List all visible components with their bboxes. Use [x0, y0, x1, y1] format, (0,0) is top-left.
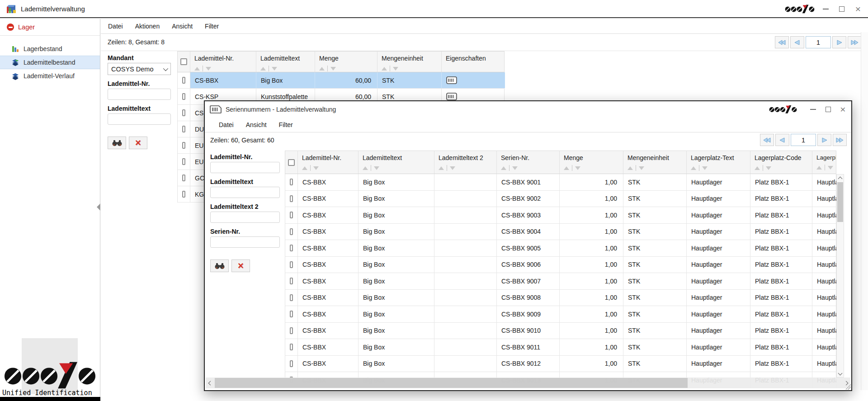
row-checkbox[interactable]: [290, 195, 293, 202]
table-row[interactable]: CS-BBXBig BoxCS-BBX 90101,00STKHauptlage…: [285, 323, 836, 340]
column-header[interactable]: Serien-Nr.: [497, 151, 560, 174]
sort-ascending-icon[interactable]: [816, 166, 822, 170]
sort-descending-icon[interactable]: [828, 166, 833, 170]
dialog-close-button[interactable]: ×: [835, 101, 850, 118]
table-row[interactable]: CS-BBXBig BoxCS-BBX 90051,00STKHauptlage…: [285, 240, 836, 257]
row-checkbox[interactable]: [182, 109, 185, 116]
sort-descending-icon[interactable]: [272, 67, 277, 71]
sort-ascending-icon[interactable]: [691, 166, 696, 170]
sidebar-group-lager[interactable]: Lager: [0, 19, 100, 36]
row-checkbox[interactable]: [182, 77, 185, 84]
sort-ascending-icon[interactable]: [382, 67, 387, 71]
minimize-button[interactable]: [817, 0, 834, 18]
menu-filter[interactable]: Filter: [205, 23, 219, 30]
column-header[interactable]: Lademitteltext 2: [434, 151, 497, 174]
sort-descending-icon[interactable]: [206, 67, 211, 71]
page-number-field[interactable]: 1: [806, 36, 831, 48]
row-checkbox[interactable]: [182, 158, 185, 165]
scroll-up-icon[interactable]: [837, 175, 844, 182]
sort-ascending-icon[interactable]: [627, 166, 633, 170]
sort-descending-icon[interactable]: [766, 166, 771, 170]
sort-ascending-icon[interactable]: [260, 67, 266, 71]
dialog-resize-grip[interactable]: [845, 384, 851, 390]
clear-filter-button[interactable]: ×: [129, 137, 147, 149]
sort-descending-icon[interactable]: [313, 166, 319, 170]
dialog-minimize-button[interactable]: [806, 101, 821, 118]
column-header[interactable]: Lademitteltext: [256, 52, 315, 72]
row-checkbox[interactable]: [290, 261, 293, 268]
column-header[interactable]: Mengeneinheit: [623, 151, 687, 174]
dialog-menu-filter[interactable]: Filter: [279, 121, 293, 128]
sort-descending-icon[interactable]: [702, 166, 708, 170]
row-checkbox[interactable]: [290, 245, 293, 251]
sort-descending-icon[interactable]: [330, 67, 336, 71]
row-checkbox[interactable]: [290, 228, 293, 235]
dialog-menu-ansicht[interactable]: Ansicht: [246, 121, 267, 128]
scroll-down-icon[interactable]: [837, 369, 844, 377]
row-checkbox[interactable]: [290, 344, 293, 350]
row-checkbox[interactable]: [182, 175, 185, 181]
sort-ascending-icon[interactable]: [501, 166, 506, 170]
cell-eigenschaften[interactable]: [442, 72, 505, 88]
row-checkbox[interactable]: [290, 294, 293, 301]
page-number-field[interactable]: 1: [791, 134, 816, 146]
sort-ascending-icon[interactable]: [564, 166, 569, 170]
select-all-checkbox[interactable]: [180, 58, 187, 65]
sort-ascending-icon[interactable]: [755, 166, 760, 170]
vertical-scroll-thumb[interactable]: [837, 182, 843, 222]
horizontal-scroll-thumb[interactable]: [215, 378, 688, 388]
menu-datei[interactable]: Datei: [108, 23, 123, 30]
last-page-button[interactable]: [833, 134, 847, 146]
row-checkbox[interactable]: [290, 360, 293, 367]
next-page-button[interactable]: [832, 36, 846, 48]
column-header[interactable]: Menge: [560, 151, 623, 174]
table-row[interactable]: CS-BBXBig BoxCS-BBX 90091,00STKHauptlage…: [285, 306, 836, 323]
table-row[interactable]: CS-BBXBig BoxCS-BBX 90081,00STKHauptlage…: [285, 290, 836, 307]
sort-descending-icon[interactable]: [450, 166, 455, 170]
sort-descending-icon[interactable]: [374, 166, 379, 170]
last-page-button[interactable]: [848, 36, 862, 48]
table-row[interactable]: CS-BBXBig BoxCS-BBX 90121,00STKHauptlage…: [285, 356, 836, 373]
column-header[interactable]: Lagerplatz-Code: [750, 151, 812, 174]
dialog-serien-nr-input[interactable]: [210, 236, 280, 248]
sort-ascending-icon[interactable]: [302, 166, 307, 170]
lademitteltext-input[interactable]: [108, 113, 171, 125]
previous-page-button[interactable]: [775, 134, 789, 146]
table-row[interactable]: CS-BBXBig BoxCS-BBX 90011,00STKHauptlage…: [285, 174, 836, 191]
sort-descending-icon[interactable]: [512, 166, 518, 170]
first-page-button[interactable]: [775, 36, 789, 48]
sidebar-item-lademittel-verlauf[interactable]: Lademittel-Verlauf: [0, 69, 100, 83]
table-row[interactable]: CS-BBXBig Box60,00STK: [177, 72, 505, 89]
dialog-vertical-scrollbar[interactable]: [836, 174, 844, 377]
row-checkbox[interactable]: [290, 179, 293, 185]
row-checkbox[interactable]: [182, 126, 185, 132]
sidebar-collapse-icon[interactable]: [97, 203, 100, 211]
row-checkbox[interactable]: [182, 142, 185, 149]
column-header[interactable]: Mengeneinheit: [377, 52, 442, 72]
menu-aktionen[interactable]: Aktionen: [135, 23, 160, 30]
close-button[interactable]: ×: [850, 0, 866, 18]
mandant-select[interactable]: COSYS Demo: [108, 63, 171, 75]
first-page-button[interactable]: [760, 134, 774, 146]
previous-page-button[interactable]: [790, 36, 804, 48]
column-header[interactable]: Lagerplatz-Text: [687, 151, 750, 174]
row-checkbox[interactable]: [290, 278, 293, 284]
scroll-left-icon[interactable]: [206, 377, 215, 388]
column-header[interactable]: Lademittel-Nr.: [190, 52, 256, 72]
clear-filter-button[interactable]: ×: [231, 259, 250, 272]
search-button[interactable]: [210, 259, 229, 272]
sort-descending-icon[interactable]: [393, 67, 398, 71]
lademittel-nr-input[interactable]: [108, 89, 171, 100]
main-vertical-scrollbar[interactable]: [861, 32, 868, 390]
row-checkbox[interactable]: [290, 311, 293, 317]
table-row[interactable]: CS-BBXBig BoxCS-BBX 90111,00STKHauptlage…: [285, 339, 836, 356]
table-row[interactable]: CS-BBXBig BoxCS-BBX 90071,00STKHauptlage…: [285, 273, 836, 290]
table-row[interactable]: CS-BBXBig BoxCS-BBX 90021,00STKHauptlage…: [285, 191, 836, 208]
menu-ansicht[interactable]: Ansicht: [172, 23, 193, 30]
dialog-lademitteltext-2-input[interactable]: [210, 212, 280, 223]
column-header[interactable]: Lademitteltext: [359, 151, 434, 174]
sort-ascending-icon[interactable]: [363, 166, 368, 170]
row-checkbox[interactable]: [290, 212, 293, 218]
search-button[interactable]: [108, 137, 126, 149]
column-header[interactable]: Lademittel-Nr.: [298, 151, 359, 174]
